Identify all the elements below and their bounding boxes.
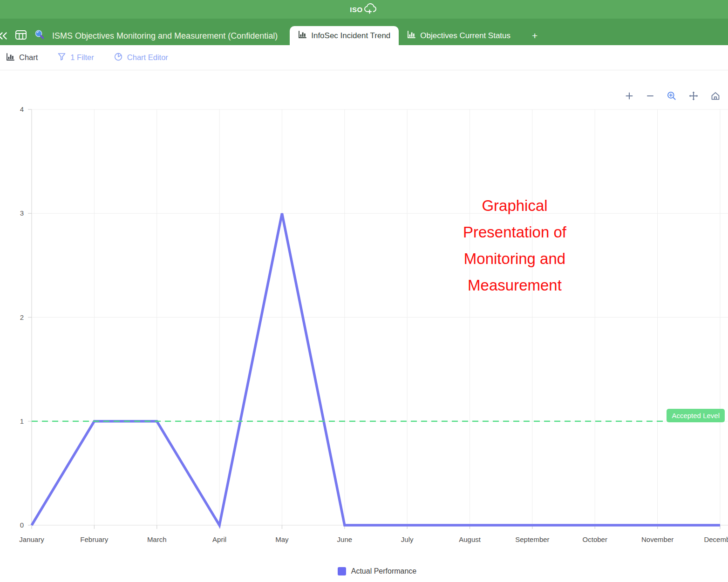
reset-home-button[interactable]	[710, 91, 721, 101]
tab-objectives-current-status[interactable]: Objectives Current Status	[399, 26, 519, 45]
bar-chart-icon	[6, 53, 15, 63]
chart-legend: Actual Performance	[0, 567, 728, 575]
x-tick-label: April	[212, 535, 226, 543]
y-tick-label: 1	[20, 417, 24, 425]
annotation-line: Measurement	[410, 272, 619, 298]
base-title[interactable]: ISMS Objectives Monitoring and Measureme…	[52, 31, 278, 41]
x-tick-label: December	[704, 535, 728, 543]
filter-funnel-icon	[57, 52, 66, 63]
tab-infosec-incident-trend[interactable]: InfoSec Incident Trend	[290, 26, 399, 45]
app-window: ISO	[0, 0, 728, 582]
bar-chart-icon	[407, 30, 416, 41]
view-toolbar: Chart 1 Filter Chart Editor	[0, 45, 728, 70]
filter-button[interactable]: 1 Filter	[57, 52, 94, 63]
tabbar-left-group: ISMS Objectives Monitoring and Measureme…	[0, 27, 278, 45]
search-icon[interactable]	[34, 29, 45, 42]
plus-icon	[625, 91, 634, 101]
grid-view-icon[interactable]	[15, 29, 27, 42]
chart-view-button[interactable]: Chart	[6, 53, 38, 63]
magnifier-plus-icon	[667, 91, 677, 101]
annotation-line: Graphical	[410, 192, 619, 219]
pan-arrows-icon	[688, 91, 699, 101]
minus-icon	[646, 91, 655, 101]
legend-label: Actual Performance	[351, 567, 417, 575]
chart-view-label: Chart	[19, 53, 38, 62]
legend-item-actual-performance[interactable]: Actual Performance	[338, 567, 417, 575]
x-tick-label: July	[401, 535, 414, 543]
x-tick-label: October	[583, 535, 607, 543]
bar-chart-icon	[298, 30, 307, 41]
box-zoom-button[interactable]	[667, 91, 677, 101]
pan-button[interactable]	[688, 91, 699, 101]
collapse-sidebar-icon[interactable]	[0, 31, 8, 41]
zoom-in-button[interactable]	[625, 91, 634, 101]
annotation-text: Graphical Presentation of Monitoring and…	[410, 192, 619, 298]
x-tick-label: May	[275, 535, 289, 543]
y-tick-label: 0	[20, 521, 24, 529]
tab-label: InfoSec Incident Trend	[311, 31, 390, 41]
chart-editor-label: Chart Editor	[127, 53, 168, 62]
tab-bar: ISMS Objectives Monitoring and Measureme…	[0, 19, 728, 45]
y-tick-label: 3	[20, 209, 24, 217]
top-logo-bar: ISO	[0, 0, 728, 19]
x-tick-label: August	[459, 535, 481, 543]
x-tick-label: January	[19, 535, 44, 543]
iso-plus-logo: ISO	[350, 2, 378, 16]
x-tick-label: November	[641, 535, 674, 543]
chart-area: 01234JanuaryFebruaryMarchAprilMayJuneJul…	[0, 70, 728, 582]
chart-editor-button[interactable]: Chart Editor	[114, 52, 168, 63]
tab-label: Objectives Current Status	[420, 31, 510, 41]
add-tab-button[interactable]: +	[532, 31, 537, 41]
accepted-level-badge: Accepted Level	[667, 409, 725, 422]
legend-swatch	[338, 567, 346, 575]
x-tick-label: February	[80, 535, 109, 543]
line-chart-plot[interactable]: 01234JanuaryFebruaryMarchAprilMayJuneJul…	[0, 70, 728, 582]
x-tick-label: June	[337, 535, 353, 543]
home-icon	[710, 91, 721, 101]
filter-label: 1 Filter	[70, 53, 94, 62]
chart-modebar	[625, 91, 721, 101]
annotation-line: Monitoring and	[410, 245, 619, 272]
logo-cloud-plus-icon	[363, 2, 378, 16]
pie-chart-icon	[114, 52, 123, 63]
y-tick-label: 2	[20, 313, 24, 321]
x-tick-label: September	[515, 535, 549, 543]
annotation-line: Presentation of	[410, 219, 619, 245]
y-tick-label: 4	[20, 105, 24, 113]
logo-text: ISO	[350, 6, 362, 14]
x-tick-label: March	[147, 535, 167, 543]
zoom-out-button[interactable]	[646, 91, 655, 101]
